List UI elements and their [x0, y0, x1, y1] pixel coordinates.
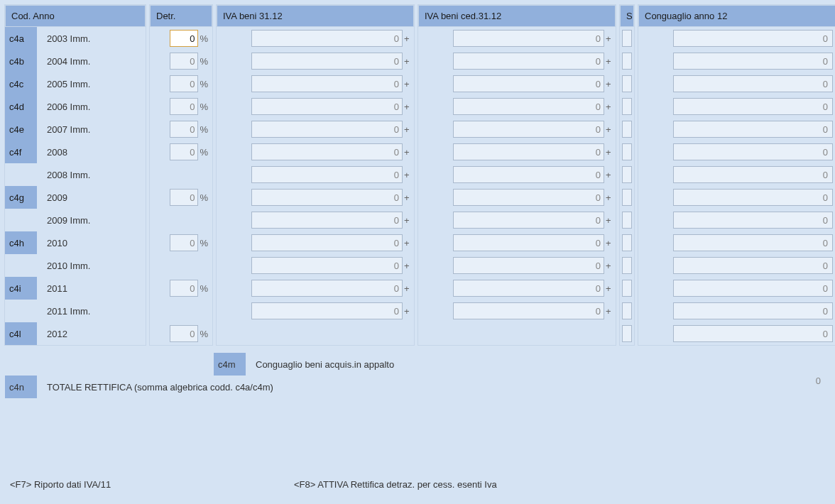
s-cell — [620, 209, 634, 231]
iva1-input[interactable] — [251, 143, 403, 160]
plus-label: + — [404, 147, 411, 158]
cong-input[interactable] — [673, 302, 833, 319]
detr-input[interactable] — [170, 234, 198, 251]
s-input[interactable] — [622, 257, 632, 274]
s-cell — [620, 27, 634, 50]
cong-input[interactable] — [673, 53, 833, 70]
plus-label: + — [606, 261, 613, 271]
s-input[interactable] — [622, 212, 632, 229]
cong-input[interactable] — [673, 325, 833, 342]
col-conguaglio: Conguaglio anno 12 — [638, 4, 835, 346]
detr-input[interactable] — [170, 189, 198, 206]
iva2-input[interactable] — [453, 302, 604, 319]
iva2-input[interactable] — [453, 280, 604, 297]
iva1-cell: + — [217, 186, 414, 209]
s-input[interactable] — [622, 143, 632, 160]
cong-input[interactable] — [673, 30, 833, 47]
plus-label: + — [606, 306, 613, 317]
detr-input[interactable] — [170, 30, 198, 47]
plus-label: + — [404, 261, 411, 271]
detr-cell: % — [150, 141, 212, 163]
iva2-input[interactable] — [453, 121, 604, 138]
s-input[interactable] — [622, 166, 632, 183]
iva1-input[interactable] — [251, 30, 403, 47]
iva1-input[interactable] — [251, 234, 403, 251]
s-input[interactable] — [622, 98, 632, 115]
header-iva2: IVA beni ced.31.12 — [418, 5, 616, 27]
s-input[interactable] — [622, 325, 632, 342]
cong-input[interactable] — [673, 212, 833, 229]
iva2-input[interactable] — [453, 212, 604, 229]
cong-input[interactable] — [673, 257, 833, 274]
detr-cell: % — [150, 72, 212, 95]
detr-input[interactable] — [170, 75, 198, 92]
footer-f8[interactable]: <F8> ATTIVA Rettifica detraz. per cess. … — [294, 479, 825, 490]
codanno-row: c4h2010 — [5, 231, 146, 254]
codanno-row: 2009 Imm. — [5, 209, 146, 231]
plus-label: + — [404, 170, 411, 180]
detr-cell — [150, 163, 212, 186]
cong-cell — [638, 50, 835, 72]
detr-input[interactable] — [170, 121, 198, 138]
code-cell — [5, 209, 37, 231]
s-input[interactable] — [622, 302, 632, 319]
iva2-input[interactable] — [453, 189, 604, 206]
cong-input[interactable] — [673, 75, 833, 92]
s-input[interactable] — [622, 30, 632, 47]
footer-f7[interactable]: <F7> Riporto dati IVA/11 — [10, 479, 294, 490]
detr-input[interactable] — [170, 280, 198, 297]
code-cell: c4a — [5, 27, 37, 50]
s-input[interactable] — [622, 234, 632, 251]
iva2-input[interactable] — [453, 166, 604, 183]
iva1-input[interactable] — [251, 121, 403, 138]
detr-cell: % — [150, 27, 212, 50]
iva2-cell: + — [418, 277, 616, 300]
cong-input[interactable] — [673, 98, 833, 115]
cong-input[interactable] — [673, 143, 833, 160]
cong-input[interactable] — [673, 280, 833, 297]
iva2-input[interactable] — [453, 143, 604, 160]
iva2-input[interactable] — [453, 234, 604, 251]
s-input[interactable] — [622, 121, 632, 138]
iva2-input[interactable] — [453, 75, 604, 92]
iva2-input[interactable] — [453, 98, 604, 115]
s-input[interactable] — [622, 189, 632, 206]
s-cell — [620, 163, 634, 186]
iva1-input[interactable] — [251, 189, 403, 206]
s-input[interactable] — [622, 53, 632, 70]
iva1-input[interactable] — [251, 53, 403, 70]
cong-input[interactable] — [673, 166, 833, 183]
cong-input[interactable] — [673, 189, 833, 206]
iva2-input[interactable] — [453, 30, 604, 47]
iva1-cell: + — [217, 300, 414, 322]
iva1-input[interactable] — [251, 75, 403, 92]
detr-input[interactable] — [170, 98, 198, 115]
percent-label: % — [200, 283, 208, 294]
detr-input[interactable] — [170, 325, 198, 342]
s-input[interactable] — [622, 75, 632, 92]
iva1-input[interactable] — [251, 166, 403, 183]
iva1-input[interactable] — [251, 302, 403, 319]
plus-label: + — [606, 79, 613, 89]
codanno-row: c4e2007 Imm. — [5, 118, 146, 141]
cong-input[interactable] — [673, 121, 833, 138]
iva2-input[interactable] — [453, 53, 604, 70]
iva1-input[interactable] — [251, 98, 403, 115]
cong-input[interactable] — [673, 234, 833, 251]
header-s: S — [620, 5, 634, 27]
detr-input[interactable] — [170, 53, 198, 70]
codanno-row: c4g2009 — [5, 186, 146, 209]
anno-label: 2005 Imm. — [37, 79, 146, 89]
code-cell: c4c — [5, 72, 37, 95]
iva2-input[interactable] — [453, 257, 604, 274]
detr-input[interactable] — [170, 143, 198, 160]
s-input[interactable] — [622, 280, 632, 297]
iva1-input[interactable] — [251, 212, 403, 229]
iva2-cell: + — [418, 254, 616, 277]
cong-cell — [638, 277, 835, 300]
iva1-input[interactable] — [251, 257, 403, 274]
code-cell: c4f — [5, 141, 37, 163]
footer-bar: <F7> Riporto dati IVA/11 <F8> ATTIVA Ret… — [0, 479, 835, 490]
iva1-input[interactable] — [251, 280, 403, 297]
plus-label: + — [606, 56, 613, 67]
